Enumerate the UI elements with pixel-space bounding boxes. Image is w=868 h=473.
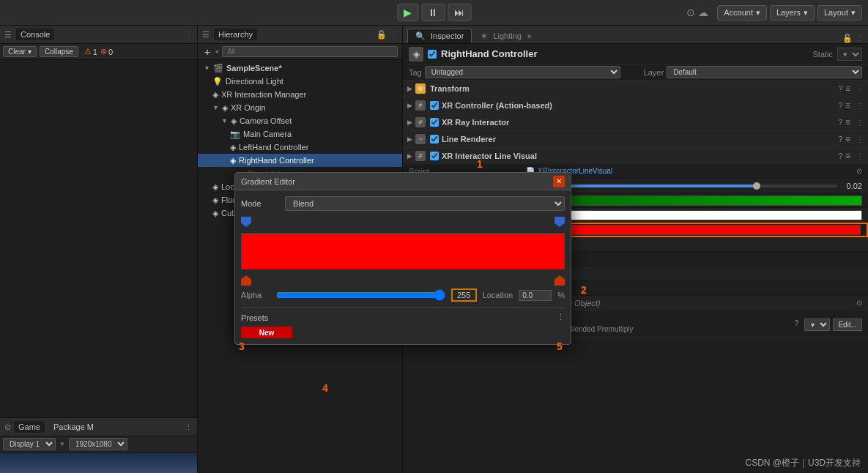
tab-lighting[interactable]: ☀ Lighting ✕ (473, 29, 540, 43)
xr-ray-component: ▶ # XR Ray Interactor ? ≡ ⋮ (403, 114, 868, 131)
xr-ctrl-settings[interactable]: ≡ (845, 100, 850, 111)
valid-color-swatch[interactable] (526, 210, 862, 220)
script-obj-btn[interactable]: ⊙ (856, 167, 862, 175)
step-button[interactable]: ⏭ (448, 4, 471, 21)
console-toolbar: Clear ▾ Collapse ⚠ 1 ⊗ 0 (0, 44, 197, 60)
line-renderer-help[interactable]: ? (838, 135, 842, 144)
right-ctrl-label: RightHand Controller (239, 156, 314, 165)
game-tab[interactable]: Game (14, 421, 45, 433)
xr-ctrl-checkbox[interactable] (430, 101, 439, 110)
xr-controller-header[interactable]: ▶ # XR Controller (Action-based) ? ≡ ⋮ (403, 97, 868, 113)
hierarchy-add-dropdown[interactable]: ▾ (215, 48, 219, 56)
xr-ctrl-name: XR Controller (Action-based) (442, 101, 835, 110)
list-item[interactable]: ▼ ◈ Camera Offset (198, 114, 402, 127)
account-button[interactable]: Account ▾ (717, 5, 767, 21)
preset-new-swatch[interactable]: New (241, 327, 292, 338)
clear-button[interactable]: Clear ▾ (3, 46, 37, 57)
play-button[interactable]: ▶ (397, 4, 418, 21)
lighting-tab-close[interactable]: ✕ (527, 33, 533, 40)
xr-lv-more[interactable]: ⋮ (856, 152, 864, 160)
pause-button[interactable]: ⏸ (421, 4, 445, 21)
line-renderer-name: Line Renderer (442, 135, 835, 144)
cloud-icon: ☁ (698, 7, 708, 18)
xr-ray-header[interactable]: ▶ # XR Ray Interactor ? ≡ ⋮ (403, 114, 868, 130)
xr-ray-help[interactable]: ? (838, 119, 842, 127)
inspector-lock-icon[interactable]: 🔓 (842, 34, 853, 43)
xr-lv-settings[interactable]: ≡ (845, 151, 850, 161)
alpha-stop-right[interactable] (554, 217, 565, 227)
material-help[interactable]: ? (794, 319, 798, 331)
location-input[interactable] (519, 290, 552, 301)
line-renderer-header[interactable]: ▶ ~ Line Renderer ? ≡ ⋮ (403, 131, 868, 147)
transform-header[interactable]: ▶ ⊕ Transform ? ≡ ⋮ (403, 81, 868, 97)
material-edit-button[interactable]: Edit... (833, 319, 862, 331)
tag-dropdown[interactable]: Untagged (425, 66, 620, 78)
hierarchy-add-button[interactable]: + (202, 46, 212, 58)
list-item[interactable]: 💡 Directional Light (198, 75, 402, 88)
gradient-mode-row: Mode Blend (241, 196, 565, 211)
invalid-color-swatch[interactable] (527, 225, 861, 235)
package-tab[interactable]: Package M (53, 422, 94, 431)
list-item[interactable]: ◈ RightHand Controller (198, 154, 402, 167)
inspector-menu-icon[interactable]: ⋮ (856, 34, 864, 43)
xr-lv-help[interactable]: ? (838, 152, 842, 160)
list-item[interactable]: ◈ XR Interaction Manager (198, 88, 402, 101)
display-select[interactable]: Display 1 (3, 438, 56, 450)
line-renderer-more[interactable]: ⋮ (856, 135, 864, 144)
collapse-button[interactable]: Collapse (40, 46, 78, 57)
resolution-select[interactable]: 1920x1080 (69, 438, 127, 450)
line-renderer-checkbox[interactable] (430, 135, 439, 144)
presets-menu-button[interactable]: ⋮ (557, 313, 565, 322)
gradient-preview[interactable] (241, 233, 565, 269)
xr-line-visual-header[interactable]: ▶ # XR Interactor Line Visual ? ≡ ⋮ (403, 148, 868, 164)
preset-new[interactable]: New (241, 327, 292, 338)
object-active-checkbox[interactable] (428, 50, 437, 59)
xr-ctrl-help[interactable]: ? (838, 102, 842, 110)
color-stop-left[interactable] (241, 275, 251, 286)
tab-inspector[interactable]: 🔍 Inspector (407, 29, 472, 43)
presets-header: Presets ⋮ (241, 313, 565, 322)
transform-more[interactable]: ⋮ (856, 85, 864, 93)
scene-icon: 🎬 (213, 64, 223, 73)
hierarchy-tab[interactable]: Hierarchy (214, 29, 257, 40)
hierarchy-menu-icon[interactable]: ⋮ (390, 30, 398, 40)
console-tab[interactable]: Console (16, 29, 54, 40)
color-stop-right[interactable] (554, 275, 565, 286)
xr-ctrl-more[interactable]: ⋮ (856, 102, 864, 110)
gradient-mode-select[interactable]: Blend (285, 196, 565, 211)
gradient-close-button[interactable]: ✕ (553, 176, 565, 187)
line-width-slider[interactable] (526, 185, 837, 187)
xr-ray-icon: # (415, 117, 426, 127)
layer-dropdown[interactable]: Default (667, 66, 862, 78)
transform-settings[interactable]: ≡ (845, 83, 850, 94)
alpha-slider[interactable] (276, 289, 445, 301)
line-width-number: 0.02 (840, 182, 862, 190)
cam-offset-arrow: ▼ (221, 117, 228, 124)
console-menu-icon[interactable]: ⋮ (185, 30, 193, 40)
scene-root-item[interactable]: ▼ 🎬 SampleScene* (198, 62, 402, 75)
reticle-obj-btn[interactable]: ⊙ (856, 299, 862, 307)
hierarchy-lock-icon[interactable]: 🔓 (376, 30, 387, 40)
alpha-stop-left[interactable] (241, 217, 251, 227)
material-shader-dropdown[interactable]: ▾ (804, 319, 830, 331)
layout-button[interactable]: Layout ▾ (817, 5, 862, 21)
xr-ray-settings[interactable]: ≡ (845, 117, 850, 127)
xr-ray-checkbox[interactable] (430, 118, 439, 127)
static-dropdown[interactable]: ▾ (837, 48, 862, 61)
list-item[interactable]: ▼ ◈ XR Origin (198, 101, 402, 114)
width-curve-swatch[interactable] (526, 195, 862, 206)
main-cam-label: Main Camera (243, 130, 292, 138)
line-renderer-settings[interactable]: ≡ (845, 134, 850, 144)
alpha-value[interactable]: 255 (451, 288, 477, 302)
xr-lv-checkbox[interactable] (430, 152, 439, 160)
transform-help[interactable]: ? (838, 85, 842, 93)
xr-lv-arrow: ▶ (407, 152, 412, 160)
hierarchy-search[interactable] (222, 46, 398, 57)
list-item[interactable]: ◈ LeftHand Controller (198, 141, 402, 154)
xr-ray-more[interactable]: ⋮ (856, 119, 864, 127)
game-menu-icon[interactable]: ⋮ (185, 422, 193, 432)
xr-lv-name: XR Interactor Line Visual (442, 152, 835, 160)
presets-label: Presets (241, 313, 268, 322)
layers-button[interactable]: Layers ▾ (770, 5, 815, 21)
list-item[interactable]: 📷 Main Camera (198, 127, 402, 141)
